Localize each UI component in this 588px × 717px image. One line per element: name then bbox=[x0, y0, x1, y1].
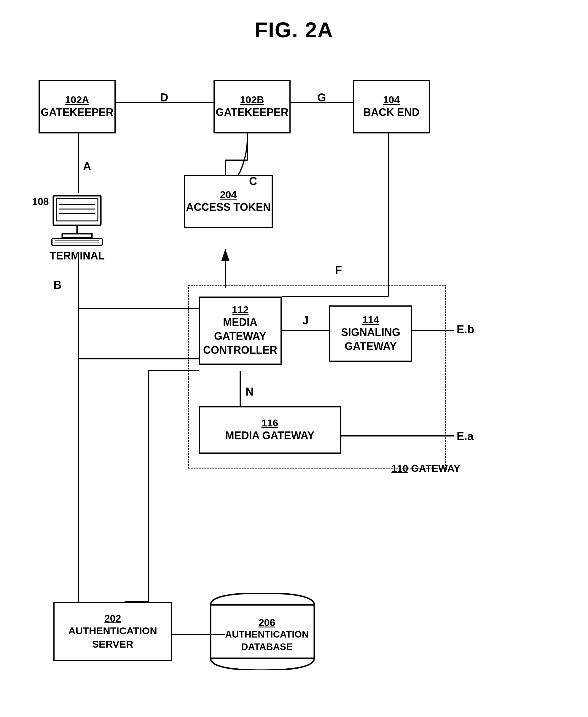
sg-num: 114 bbox=[362, 314, 379, 325]
line-n-label: N bbox=[246, 385, 254, 398]
back-end-num: 104 bbox=[383, 94, 400, 106]
figure-title: FIG. 2A bbox=[0, 0, 588, 42]
page: FIG. 2A bbox=[0, 0, 588, 717]
svg-rect-24 bbox=[56, 199, 98, 221]
line-c-label: C bbox=[249, 175, 257, 188]
gateway-region-label: 110 GATEWAY bbox=[392, 463, 460, 474]
mgc-label: MEDIA GATEWAY CONTROLLER bbox=[203, 316, 277, 357]
line-g-label: G bbox=[317, 91, 326, 104]
as-num: 202 bbox=[104, 613, 121, 624]
mgc-num: 112 bbox=[232, 304, 249, 316]
gatekeeper-a-label: GATEKEEPER bbox=[41, 106, 113, 120]
line-ea-label: E.a bbox=[457, 430, 474, 443]
mgc-box: 112 MEDIA GATEWAY CONTROLLER bbox=[199, 297, 282, 365]
terminal-box: TERMINAL bbox=[47, 193, 107, 262]
back-end-box: 104 BACK END bbox=[353, 80, 430, 133]
terminal-ref-num: 108 bbox=[32, 196, 49, 207]
back-end-label: BACK END bbox=[363, 106, 420, 120]
sg-label: SIGNALING GATEWAY bbox=[341, 325, 400, 354]
access-token-box: 204 ACCESS TOKEN bbox=[184, 175, 273, 228]
svg-rect-31 bbox=[52, 239, 102, 245]
mg-num: 116 bbox=[261, 417, 278, 429]
line-eb-label: E.b bbox=[457, 323, 474, 336]
gatekeeper-b-label: GATEKEEPER bbox=[215, 106, 288, 120]
diagram-area: 102A GATEKEEPER 102B GATEKEEPER 104 BACK… bbox=[24, 47, 563, 700]
access-token-label: ACCESS TOKEN bbox=[186, 201, 270, 214]
access-token-num: 204 bbox=[220, 189, 237, 201]
line-f-label: F bbox=[335, 264, 342, 277]
signaling-gateway-box: 114 SIGNALING GATEWAY bbox=[329, 305, 412, 362]
auth-database-shape: 206 AUTHENTICATIONDATABASE bbox=[208, 593, 326, 670]
gatekeeper-b-box: 102B GATEKEEPER bbox=[213, 80, 291, 133]
svg-rect-30 bbox=[62, 234, 92, 238]
gatekeeper-b-num: 102B bbox=[240, 94, 264, 106]
media-gateway-box: 116 MEDIA GATEWAY bbox=[199, 406, 341, 454]
mg-label: MEDIA GATEWAY bbox=[225, 429, 315, 443]
line-b-label: B bbox=[54, 279, 61, 292]
line-d-label: D bbox=[160, 91, 168, 104]
terminal-label: TERMINAL bbox=[47, 250, 107, 262]
line-j-label: J bbox=[302, 314, 309, 327]
gatekeeper-a-num: 102A bbox=[65, 94, 89, 106]
gatekeeper-a-box: 102A GATEKEEPER bbox=[39, 80, 115, 133]
line-a-label: A bbox=[83, 160, 91, 173]
as-label: AUTHENTICATION SERVER bbox=[68, 624, 157, 650]
auth-server-box: 202 AUTHENTICATION SERVER bbox=[54, 602, 172, 661]
